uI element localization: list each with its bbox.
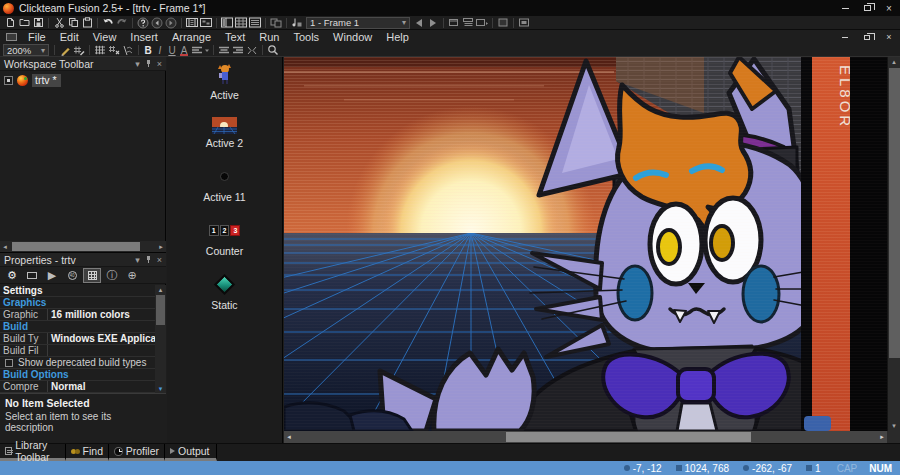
paste-icon[interactable]: [80, 17, 94, 29]
scroll-thumb[interactable]: [506, 432, 751, 442]
align-left-icon[interactable]: [190, 44, 210, 56]
prop-section-build-options[interactable]: Build Options: [0, 369, 166, 381]
object-item-active[interactable]: Active: [210, 62, 239, 101]
menu-insert[interactable]: Insert: [123, 31, 165, 43]
panel-menu-icon[interactable]: ▾: [135, 255, 140, 265]
doc-close-button[interactable]: ×: [878, 31, 900, 43]
prop-value[interactable]: Windows EXE Application: [47, 333, 166, 344]
minimize-button[interactable]: [834, 1, 856, 15]
nav-forward-icon[interactable]: [164, 17, 178, 29]
font-color-button[interactable]: A: [178, 45, 190, 56]
tab-runtime-icon[interactable]: ▶: [43, 268, 61, 283]
tab-window-icon[interactable]: [23, 268, 41, 283]
prop-value[interactable]: [47, 345, 166, 356]
hotspot-icon[interactable]: [121, 44, 135, 56]
scroll-up-icon[interactable]: ▴: [155, 285, 166, 294]
tab-profiler[interactable]: Profiler: [109, 444, 165, 461]
redo-icon[interactable]: [115, 17, 129, 29]
search-icon[interactable]: [266, 44, 280, 56]
justify-icon[interactable]: [245, 44, 259, 56]
scroll-right-icon[interactable]: ▸: [877, 433, 887, 441]
pin-icon[interactable]: [145, 256, 152, 263]
frame-editor-icon[interactable]: [199, 17, 213, 29]
menu-run[interactable]: Run: [252, 31, 286, 43]
new-file-icon[interactable]: [3, 17, 17, 29]
menu-edit[interactable]: Edit: [53, 31, 86, 43]
object-item-active2[interactable]: Active 2: [206, 117, 243, 149]
doc-minimize-button[interactable]: [834, 31, 856, 43]
help-icon[interactable]: [136, 17, 150, 29]
frame-selector[interactable]: 1 - Frame 1▾: [306, 17, 410, 29]
previous-frame-icon[interactable]: [412, 17, 426, 29]
undo-icon[interactable]: [101, 17, 115, 29]
scroll-down-icon[interactable]: ▾: [888, 421, 900, 431]
scroll-down-icon[interactable]: ▾: [155, 384, 166, 393]
cut-icon[interactable]: [52, 17, 66, 29]
tab-events-icon[interactable]: [83, 268, 101, 283]
tab-find[interactable]: Find: [66, 444, 109, 461]
grid-edit-icon[interactable]: [72, 44, 86, 56]
nav-back-icon[interactable]: [150, 17, 164, 29]
window-cascade-icon[interactable]: [475, 17, 489, 29]
tab-more-icon[interactable]: ⊕: [123, 268, 141, 283]
project-item[interactable]: trtv *: [32, 74, 61, 87]
scroll-left-icon[interactable]: ◂: [0, 241, 10, 252]
object-item-active11[interactable]: Active 11: [203, 165, 245, 203]
screen-setup-icon[interactable]: [517, 17, 531, 29]
restore-button[interactable]: [856, 1, 878, 15]
split-view-icon[interactable]: [220, 17, 234, 29]
scroll-right-icon[interactable]: ▸: [156, 241, 166, 252]
align-center-icon[interactable]: [217, 44, 231, 56]
tab-library-toolbar[interactable]: Library Toolbar: [0, 444, 66, 461]
window-restore-icon[interactable]: [447, 17, 461, 29]
prop-value[interactable]: 16 million colors: [47, 309, 166, 320]
prop-row-settings[interactable]: Settings: [0, 285, 166, 297]
copy-icon[interactable]: [66, 17, 80, 29]
properties-vscrollbar[interactable]: ▴ ▾: [155, 285, 166, 393]
event-editor-icon[interactable]: [234, 17, 248, 29]
prop-section-graphics[interactable]: Graphics: [0, 297, 166, 309]
object-item-counter[interactable]: 1 2 3 Counter: [206, 219, 243, 257]
tab-values-icon[interactable]: 40: [63, 268, 81, 283]
menu-window[interactable]: Window: [326, 31, 379, 43]
deprecated-checkbox[interactable]: [5, 359, 13, 367]
frame-artwork[interactable]: EL8OR: [284, 57, 887, 431]
grid-icon[interactable]: [93, 44, 107, 56]
tab-about-icon[interactable]: ⓘ: [103, 268, 121, 283]
pin-icon[interactable]: [145, 60, 152, 67]
save-file-icon[interactable]: [31, 17, 45, 29]
event-list-icon[interactable]: [248, 17, 262, 29]
prop-section-build[interactable]: Build: [0, 321, 166, 333]
workspace-hscrollbar[interactable]: ◂ ▸: [0, 241, 166, 252]
edit-tool-icon[interactable]: [58, 44, 72, 56]
frame-document-icon[interactable]: [6, 33, 17, 41]
grid-snap-icon[interactable]: [107, 44, 121, 56]
fullscreen-icon[interactable]: [496, 17, 510, 29]
scroll-thumb[interactable]: [12, 242, 140, 251]
tree-expander-icon[interactable]: [4, 76, 13, 85]
panel-close-icon[interactable]: ×: [157, 255, 162, 265]
canvas-hscrollbar[interactable]: ◂ ▸: [284, 431, 887, 443]
tab-output[interactable]: Output: [165, 444, 217, 461]
close-button[interactable]: ×: [878, 1, 900, 15]
clone-window-icon[interactable]: [269, 17, 283, 29]
tab-settings-gear-icon[interactable]: ⚙: [3, 268, 21, 283]
underline-button[interactable]: U: [166, 45, 178, 56]
menu-help[interactable]: Help: [379, 31, 416, 43]
menu-view[interactable]: View: [86, 31, 124, 43]
menu-text[interactable]: Text: [218, 31, 252, 43]
storyboard-editor-icon[interactable]: [185, 17, 199, 29]
zoom-selector[interactable]: 200%▾: [3, 44, 49, 56]
scroll-left-icon[interactable]: ◂: [284, 433, 294, 441]
menu-arrange[interactable]: Arrange: [165, 31, 218, 43]
run-application-icon[interactable]: [290, 17, 304, 29]
next-frame-icon[interactable]: [426, 17, 440, 29]
canvas-vscrollbar[interactable]: ▴ ▾: [887, 57, 900, 431]
panel-close-icon[interactable]: ×: [157, 59, 162, 69]
prop-value[interactable]: Normal: [47, 381, 166, 392]
menu-tools[interactable]: Tools: [286, 31, 326, 43]
scroll-thumb[interactable]: [156, 295, 165, 325]
align-right-icon[interactable]: [231, 44, 245, 56]
menu-file[interactable]: File: [21, 31, 53, 43]
scroll-thumb[interactable]: [889, 68, 900, 358]
